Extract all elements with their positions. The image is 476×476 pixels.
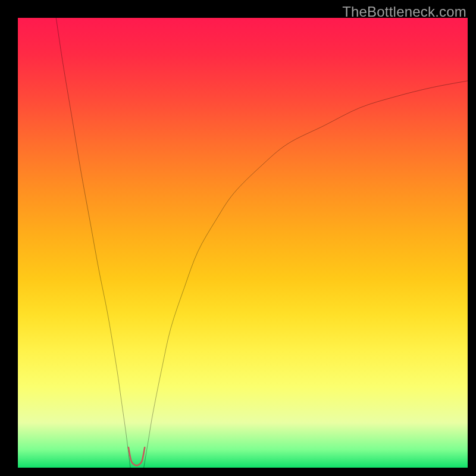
bottleneck-curve-left (56, 18, 130, 468)
plot-area (18, 18, 468, 468)
curve-layer (18, 18, 468, 468)
chart-frame: TheBottleneck.com (0, 0, 476, 476)
minimum-marker (129, 447, 145, 465)
bottleneck-curve-right (144, 81, 468, 468)
